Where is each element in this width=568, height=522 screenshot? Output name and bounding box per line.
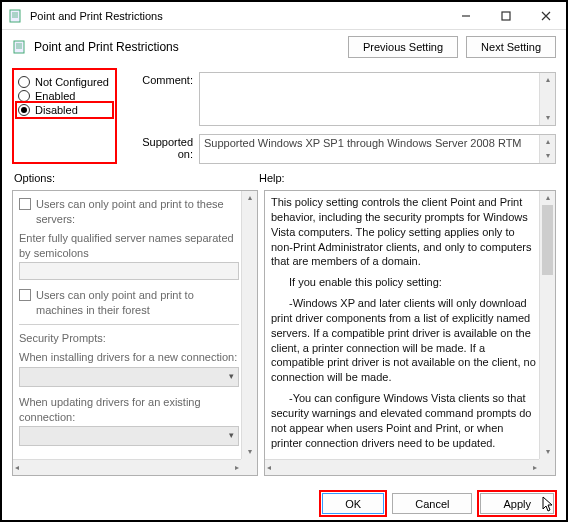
- policy-icon: [12, 39, 28, 55]
- close-button[interactable]: [526, 3, 566, 29]
- servers-input[interactable]: [19, 262, 239, 280]
- radio-icon: [18, 104, 30, 116]
- dialog-buttons: OK Cancel Apply: [322, 493, 554, 514]
- supported-on-field: Supported Windows XP SP1 through Windows…: [199, 134, 556, 164]
- scroll-corner: [539, 459, 555, 475]
- supported-value: Supported Windows XP SP1 through Windows…: [204, 137, 522, 149]
- scrollbar[interactable]: ▴▾: [539, 135, 555, 163]
- scrollbar-vertical[interactable]: ▴ ▾: [539, 191, 555, 459]
- help-paragraph: -Windows XP and later clients will only …: [271, 296, 537, 385]
- radio-label: Enabled: [35, 90, 75, 102]
- comment-label: Comment:: [129, 72, 199, 126]
- state-radio-group: Not Configured Enabled Disabled: [12, 68, 117, 164]
- titlebar: Point and Print Restrictions: [2, 2, 566, 30]
- help-paragraph: This policy setting controls the client …: [271, 195, 537, 269]
- radio-icon: [18, 90, 30, 102]
- policy-title: Point and Print Restrictions: [34, 40, 340, 54]
- app-icon: [8, 8, 24, 24]
- previous-setting-button[interactable]: Previous Setting: [348, 36, 458, 58]
- ok-button[interactable]: OK: [322, 493, 384, 514]
- supported-label: Supported on:: [129, 134, 199, 164]
- svg-rect-2: [14, 41, 24, 53]
- scrollbar-vertical[interactable]: ▴▾: [241, 191, 257, 459]
- scrollbar-horizontal[interactable]: ◂▸: [265, 459, 539, 475]
- policy-header: Point and Print Restrictions Previous Se…: [2, 30, 566, 68]
- checkbox-forest-only[interactable]: Users can only point and print to machin…: [19, 288, 239, 318]
- radio-disabled[interactable]: Disabled: [18, 104, 111, 116]
- radio-not-configured[interactable]: Not Configured: [18, 76, 111, 88]
- radio-icon: [18, 76, 30, 88]
- help-paragraph: If you do not configure this policy sett…: [271, 457, 537, 458]
- servers-hint: Enter fully qualified server names separ…: [19, 231, 239, 261]
- checkbox-servers-only[interactable]: Users can only point and print to these …: [19, 197, 239, 227]
- scrollbar-horizontal[interactable]: ◂▸: [13, 459, 241, 475]
- divider: [19, 324, 239, 325]
- installing-drivers-label: When installing drivers for a new connec…: [19, 350, 239, 365]
- help-paragraph: -You can configure Windows Vista clients…: [271, 391, 537, 450]
- checkbox-icon: [19, 289, 31, 301]
- cursor-icon: [542, 496, 556, 516]
- radio-enabled[interactable]: Enabled: [18, 90, 111, 102]
- radio-label: Disabled: [35, 104, 78, 116]
- installing-drivers-combo[interactable]: [19, 367, 239, 387]
- radio-label: Not Configured: [35, 76, 109, 88]
- help-label: Help:: [259, 172, 285, 184]
- maximize-button[interactable]: [486, 3, 526, 29]
- options-panel: Users can only point and print to these …: [12, 190, 258, 476]
- cancel-button[interactable]: Cancel: [392, 493, 472, 514]
- security-prompts-label: Security Prompts:: [19, 331, 239, 346]
- checkbox-icon: [19, 198, 31, 210]
- scroll-corner: [241, 459, 257, 475]
- options-label: Options:: [14, 172, 259, 184]
- svg-rect-1: [502, 12, 510, 20]
- scroll-thumb[interactable]: [542, 205, 553, 275]
- minimize-button[interactable]: [446, 3, 486, 29]
- svg-rect-0: [10, 10, 20, 22]
- help-paragraph: If you enable this policy setting:: [271, 275, 537, 290]
- next-setting-button[interactable]: Next Setting: [466, 36, 556, 58]
- checkbox-label: Users can only point and print to machin…: [36, 288, 239, 318]
- window-title: Point and Print Restrictions: [30, 10, 446, 22]
- updating-drivers-label: When updating drivers for an existing co…: [19, 395, 239, 425]
- comment-textarea[interactable]: ▴▾: [199, 72, 556, 126]
- updating-drivers-combo[interactable]: [19, 426, 239, 446]
- help-panel: This policy setting controls the client …: [264, 190, 556, 476]
- scrollbar[interactable]: ▴▾: [539, 73, 555, 125]
- checkbox-label: Users can only point and print to these …: [36, 197, 239, 227]
